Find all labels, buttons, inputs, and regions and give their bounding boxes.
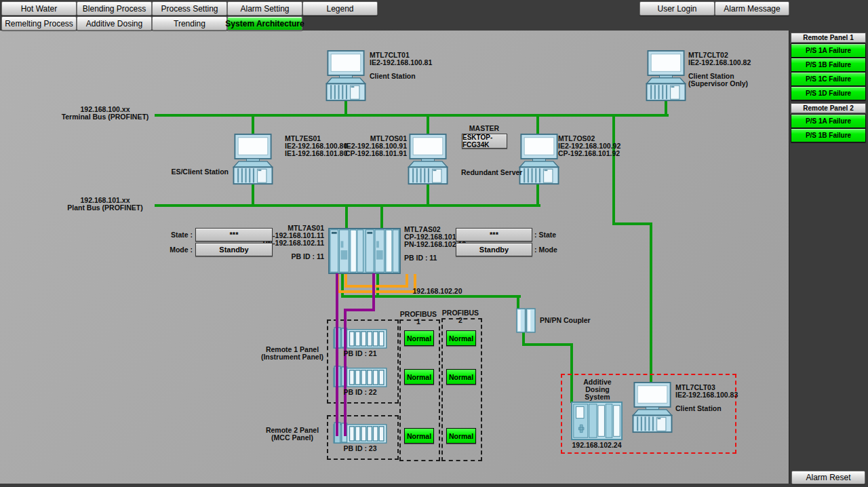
profibus2-cable-v2 <box>344 309 347 436</box>
nav-tab-remelting-process[interactable]: Remelting Process <box>1 16 77 31</box>
es01-role-label: ES/Client Station <box>161 168 229 176</box>
remote-panel-1-header: Remote Panel 1 <box>791 33 866 43</box>
nav-tab-process-setting[interactable]: Process Setting <box>152 1 227 16</box>
as02-mode-caption: : Mode <box>534 246 557 254</box>
master-label: MASTER <box>462 125 506 132</box>
as01-mode-box: Standby <box>195 243 273 256</box>
as01-mode-caption: Mode : <box>156 246 193 254</box>
profibus2-status-1: Normal <box>446 330 476 346</box>
remote-panel-2-label: Remote 2 Panel(MCC Panel) <box>254 427 330 442</box>
alarm-reset-button[interactable]: Alarm Reset <box>791 471 865 484</box>
pn-field-line <box>341 295 521 298</box>
nav-tab-trending[interactable]: Trending <box>152 16 227 31</box>
os01-label: MTL7OS01IE2-192.168.100.91CP-192.168.101… <box>326 135 407 157</box>
master-hostname-box: ESKTOP-FCG34K <box>462 134 507 149</box>
nav-tab-alarm-setting[interactable]: Alarm Setting <box>227 1 302 16</box>
remote-panel-2-header: Remote Panel 2 <box>791 103 866 113</box>
remote-panel-1-label: Remote 1 Panel(Instrument Panel) <box>254 346 330 361</box>
nav-tab-additive-dosing[interactable]: Additive Dosing <box>77 16 152 31</box>
clt02-workstation-icon <box>640 50 692 102</box>
field-network-ip-label: 192.168.102.20 <box>393 288 481 295</box>
os02-label: MTL7OS02IE2-192.168.100.92CP-192.168.101… <box>558 135 620 157</box>
clt01-workstation-icon <box>320 50 372 102</box>
alarm-rp1-ps1c[interactable]: P/S 1C Failure <box>791 72 866 86</box>
pb23-id-label: PB ID : 23 <box>332 445 388 452</box>
pnpn-coupler-label: PN/PN Coupler <box>540 317 591 324</box>
profibus2-cable-h <box>344 309 375 311</box>
es01-workstation-icon <box>227 134 279 185</box>
profibus2-status-3: Normal <box>446 428 476 444</box>
clt01-label: MTL7CLT01IE2-192.168.100.81 Client Stati… <box>370 52 432 80</box>
os01-workstation-icon <box>402 134 454 185</box>
alarm-rp1-ps1a[interactable]: P/S 1A Failure <box>791 43 866 58</box>
ads-title-label: AdditiveDosingSystem <box>573 378 622 401</box>
alarm-message-button[interactable]: Alarm Message <box>715 1 789 16</box>
os02-workstation-icon <box>513 134 565 185</box>
profibus1-status-1: Normal <box>404 330 434 346</box>
terminal-bus-label: 192.168.100.xxTerminal Bus (PROFINET) <box>58 106 153 121</box>
redundancy-link-inner <box>344 274 408 288</box>
clt03-branch-v2 <box>650 222 652 385</box>
plant-bus-label: 192.168.101.xxPlant Bus (PROFINET) <box>58 197 153 212</box>
alarm-rp1-ps1d[interactable]: P/S 1D Failure <box>791 86 866 100</box>
alarm-rp2-ps1b[interactable]: P/S 1B Failure <box>791 128 866 142</box>
nav-tab-legend[interactable]: Legend <box>302 1 378 16</box>
as01-stub-line <box>345 206 348 229</box>
as01-state-box: *** <box>195 228 273 241</box>
as02-stub-line <box>380 206 383 229</box>
as01-as02-plc-rack-icon <box>328 228 401 274</box>
user-login-button[interactable]: User Login <box>639 1 715 16</box>
pb22-id-label: PB ID : 22 <box>332 389 388 396</box>
coupler-ads-h-line <box>522 343 573 346</box>
bottom-frame <box>0 484 868 487</box>
profibus1-status-3: Normal <box>404 428 434 444</box>
as01-state-caption: State : <box>156 231 193 239</box>
pb21-id-label: PB ID : 21 <box>332 350 388 357</box>
pb22-rack-icon <box>332 366 388 388</box>
clt03-branch-h <box>612 222 652 225</box>
profibus2-cable-v1 <box>372 273 375 311</box>
profibus-1-title: PROFIBUS 1 <box>399 311 437 326</box>
nav-tab-system-architecture[interactable]: System Architecture <box>227 16 302 31</box>
as02-state-caption: : State <box>534 231 556 239</box>
clt03-label: MTL7CLT03IE2-192.168.100.83 Client Stati… <box>675 384 738 412</box>
pb21-rack-icon <box>332 327 388 349</box>
ads-plc-icon <box>570 402 624 440</box>
profibus1-status-2: Normal <box>404 369 434 385</box>
redundant-server-label: Redundant Server <box>461 169 522 176</box>
ads-ip-label: 192.168.102.24 <box>556 442 637 449</box>
coupler-in-line <box>517 295 519 309</box>
pnpn-coupler-icon <box>516 307 536 334</box>
nav-tab-hot-water[interactable]: Hot Water <box>1 1 77 16</box>
clt02-label: MTL7CLT02IE2-192.168.100.82 Client Stati… <box>688 52 751 87</box>
nav-tab-blending-process[interactable]: Blending Process <box>77 1 152 16</box>
alarm-rp2-ps1a[interactable]: P/S 1A Failure <box>791 114 866 128</box>
profibus-2-title: PROFIBUS 2 <box>441 309 479 324</box>
as02-state-box: *** <box>456 228 532 241</box>
system-architecture-screen: Hot Water Blending Process Process Setti… <box>0 0 868 487</box>
terminal-bus-line <box>155 114 669 117</box>
pb23-rack-icon <box>332 422 388 444</box>
clt03-branch-v1 <box>612 115 615 225</box>
profibus2-status-2: Normal <box>446 369 476 385</box>
alarm-rp1-ps1b[interactable]: P/S 1B Failure <box>791 58 866 72</box>
as02-mode-box: Standby <box>456 243 532 256</box>
clt03-workstation-icon <box>627 382 678 433</box>
